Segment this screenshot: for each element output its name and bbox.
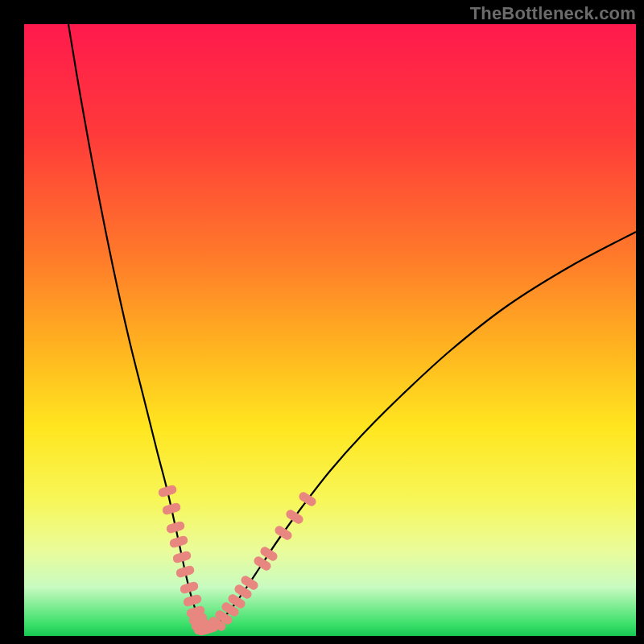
curve-marker xyxy=(175,565,195,578)
curve-marker xyxy=(162,502,181,515)
chart-svg xyxy=(24,24,636,636)
curve-marker xyxy=(183,594,202,607)
curve-marker xyxy=(169,535,188,548)
curve-marker xyxy=(274,525,293,541)
curve-markers xyxy=(158,485,317,636)
curve-marker xyxy=(285,509,304,525)
plot-area xyxy=(24,24,636,636)
curve-marker xyxy=(158,485,177,497)
watermark-text: TheBottleneck.com xyxy=(470,3,636,24)
curve-marker xyxy=(172,551,192,564)
curve-right-branch xyxy=(204,232,637,630)
curve-marker xyxy=(180,581,199,594)
curve-marker xyxy=(166,521,185,534)
chart-frame: TheBottleneck.com xyxy=(0,0,644,644)
curve-marker xyxy=(298,491,317,507)
